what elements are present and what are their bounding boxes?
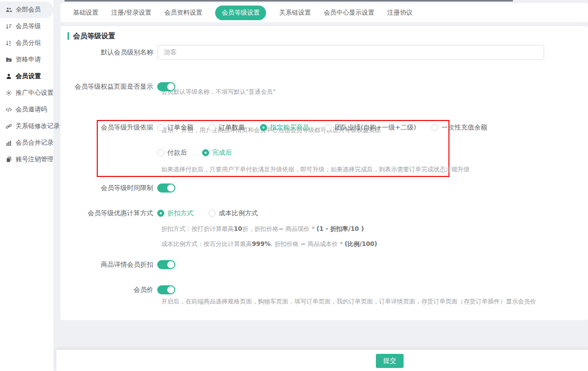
radio-unselected-icon xyxy=(431,124,438,131)
radio-option-label: 订单金额 xyxy=(167,123,193,132)
upgrade-timing-hint: 如果选择付款后，只要用户下单付款满足升级依据，即可升级；如果选择完成后，则表示需… xyxy=(161,165,470,174)
tab-0[interactable]: 基础设置 xyxy=(73,9,98,17)
footer-bar: 提交 xyxy=(56,350,588,371)
sidebar-item-7[interactable]: 关系链修改记录 xyxy=(0,118,53,135)
submit-button[interactable]: 提交 xyxy=(376,354,404,368)
benefit-page-toggle[interactable] xyxy=(157,82,175,91)
code-icon xyxy=(6,106,12,113)
radio-option-label: 一次性充值余额 xyxy=(441,123,487,132)
toggle-knob xyxy=(167,286,174,293)
form-row-time-limit: 会员等级时间限制 xyxy=(60,183,588,193)
form-row-upgrade-timing: 付款后完成后 xyxy=(60,148,588,157)
folder-check-icon xyxy=(6,56,12,63)
time-limit-label: 会员等级时间限制 xyxy=(60,183,157,193)
member-price-hint: 开启后，在前端商品选择规格页面，购物车页面，填写订单页面，我的订单页面，订单详情… xyxy=(161,297,536,306)
tab-6[interactable]: 注册协议 xyxy=(387,9,413,17)
gear-icon xyxy=(6,90,12,96)
tab-4[interactable]: 关系链设置 xyxy=(279,9,311,17)
settings-tabs: 基础设置注册/登录设置会员资料设置会员等级设置关系链设置会员中心显示设置注册协议 xyxy=(60,3,588,22)
sidebar-item-label: 会员设置 xyxy=(16,72,41,81)
svg-text:Z: Z xyxy=(9,43,11,46)
radio-option-label: 订单数量 xyxy=(219,123,245,132)
sidebar-item-6[interactable]: 会员邀请码 xyxy=(0,101,53,118)
sidebar-item-label: 会员合并记录 xyxy=(16,139,53,147)
radio-option[interactable]: 团队业绩(自购+一级+二级) xyxy=(324,123,416,132)
discount-calc-radio-group: 折扣方式成本比例方式 xyxy=(157,209,258,218)
detail-discount-toggle[interactable] xyxy=(157,260,175,269)
radio-option[interactable]: 成本比例方式 xyxy=(209,209,258,218)
tab-2[interactable]: 会员资料设置 xyxy=(164,9,202,17)
sort-alpha-icon: AZ xyxy=(6,40,12,46)
sidebar-item-label: 账号注销管理 xyxy=(16,155,53,164)
radio-unselected-icon xyxy=(209,124,216,131)
sidebar-item-8[interactable]: 会员合并记录 xyxy=(0,135,53,151)
radio-option[interactable]: 完成后 xyxy=(202,148,232,157)
radio-option[interactable]: 订单数量 xyxy=(209,123,245,132)
radio-option-label: 完成后 xyxy=(212,148,232,157)
time-limit-toggle[interactable] xyxy=(157,183,175,193)
radio-option-label: 团队业绩(自购+一级+二级) xyxy=(335,123,416,132)
tab-3[interactable]: 会员等级设置 xyxy=(215,6,266,20)
radio-option-label: 指定购买商品 xyxy=(270,123,309,132)
sidebar-item-label: 推广中心设置 xyxy=(16,89,53,97)
tab-5[interactable]: 会员中心显示设置 xyxy=(324,9,374,17)
upgrade-basis-radio-group: 订单金额订单数量指定购买商品团队业绩(自购+一级+二级)一次性充值余额 xyxy=(157,123,487,132)
cost-ratio-hint: 成本比例方式：按百分比计算最高999%, 折扣价格 = 商品成本价 * (比例/… xyxy=(161,240,377,249)
top-edge-artifact xyxy=(64,0,513,2)
radio-unselected-icon xyxy=(209,210,216,217)
detail-discount-label: 商品详情会员折扣 xyxy=(60,260,157,269)
sidebar-item-1[interactable]: 会员等级 xyxy=(0,18,53,35)
toggle-knob xyxy=(167,261,174,268)
form-row-default-level-name: 默认会员级别名称 xyxy=(60,45,588,60)
form-row-benefit-page: 会员等级权益页面是否显示 xyxy=(60,82,588,91)
settings-card: 会员等级设置 默认会员级别名称 会员默认等级名称，不填写默认"普通会员" 会员等… xyxy=(60,26,588,320)
bar-chart-icon xyxy=(6,140,12,146)
default-level-name-label: 默认会员级别名称 xyxy=(60,48,157,57)
radio-option[interactable]: 指定购买商品 xyxy=(260,123,309,132)
sidebar-item-label: 资格申请 xyxy=(16,55,41,64)
form-row-member-price: 会员价 xyxy=(60,285,588,294)
upgrade-timing-radio-group: 付款后完成后 xyxy=(157,148,232,157)
form-row-discount-calc: 会员等级优惠计算方式 折扣方式成本比例方式 xyxy=(60,209,588,218)
radio-option[interactable]: 折扣方式 xyxy=(157,209,193,218)
user-icon xyxy=(6,73,12,80)
radio-option[interactable]: 付款后 xyxy=(157,148,187,157)
member-price-label: 会员价 xyxy=(60,285,157,294)
sidebar-item-label: 会员分组 xyxy=(16,39,41,47)
sidebar-item-0[interactable]: 全部会员 xyxy=(0,2,53,18)
discount-method-hint: 折扣方式：按打折计算最高10折，折扣价格= 商品现价 * (1 - 折扣率/10… xyxy=(161,225,364,233)
sidebar-item-label: 全部会员 xyxy=(16,6,41,14)
member-price-toggle[interactable] xyxy=(157,285,175,294)
form-row-detail-discount: 商品详情会员折扣 xyxy=(60,260,588,269)
sidebar-item-3[interactable]: 资格申请 xyxy=(0,51,53,68)
upgrade-basis-label: 会员等级升级依据 xyxy=(60,123,157,132)
sidebar-item-4[interactable]: 会员设置 xyxy=(0,68,53,85)
radio-option[interactable]: 订单金额 xyxy=(157,123,193,132)
radio-unselected-icon xyxy=(324,124,332,131)
radio-selected-icon xyxy=(157,210,164,217)
sidebar-item-label: 会员等级 xyxy=(16,22,41,31)
discount-calc-label: 会员等级优惠计算方式 xyxy=(60,209,157,218)
file-copy-icon xyxy=(6,156,12,163)
radio-option-label: 付款后 xyxy=(167,148,187,157)
tab-1[interactable]: 注册/登录设置 xyxy=(111,9,151,17)
radio-selected-icon xyxy=(260,124,267,131)
sidebar-item-9[interactable]: 账号注销管理 xyxy=(0,151,53,168)
section-title: 会员等级设置 xyxy=(68,32,115,40)
toggle-knob xyxy=(167,184,174,192)
radio-option[interactable]: 一次性充值余额 xyxy=(431,123,487,132)
form-row-upgrade-basis: 会员等级升级依据 订单金额订单数量指定购买商品团队业绩(自购+一级+二级)一次性… xyxy=(60,123,588,132)
radio-selected-icon xyxy=(202,149,209,156)
radio-option-label: 折扣方式 xyxy=(167,209,193,218)
default-level-name-input[interactable] xyxy=(157,45,544,60)
sidebar-item-label: 关系链修改记录 xyxy=(16,122,60,131)
benefit-page-label: 会员等级权益页面是否显示 xyxy=(60,82,157,91)
radio-unselected-icon xyxy=(157,149,164,156)
users-icon xyxy=(6,7,12,13)
sidebar: 全部会员会员等级AZ会员分组资格申请会员设置推广中心设置会员邀请码关系链修改记录… xyxy=(0,0,53,371)
radio-option-label: 成本比例方式 xyxy=(219,209,258,218)
sidebar-item-5[interactable]: 推广中心设置 xyxy=(0,85,53,101)
sort-amount-icon xyxy=(6,23,12,30)
link-icon xyxy=(6,123,12,130)
sidebar-item-2[interactable]: AZ会员分组 xyxy=(0,35,53,51)
